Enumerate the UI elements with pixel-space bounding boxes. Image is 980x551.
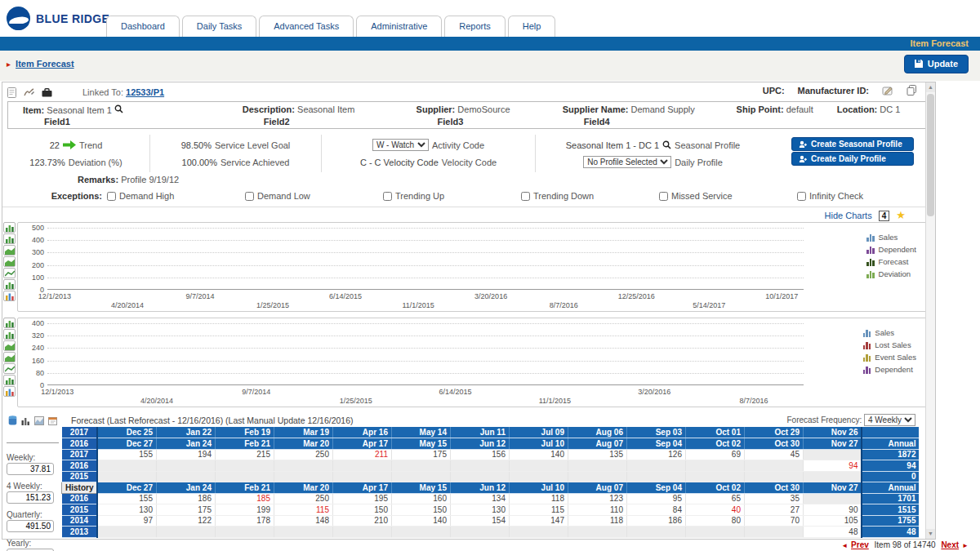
history-value-cell[interactable]: 185 xyxy=(215,493,274,504)
history-value-cell[interactable]: 40 xyxy=(685,504,744,516)
tab-administrative[interactable]: Administrative xyxy=(356,16,442,37)
exception-checkbox[interactable] xyxy=(383,192,392,201)
history-value-cell[interactable]: 155 xyxy=(97,493,156,504)
forecast-value-cell[interactable] xyxy=(803,471,862,482)
scroll-up-arrow[interactable]: ▲ xyxy=(926,82,935,92)
calendar-icon[interactable] xyxy=(48,415,57,425)
item-search-icon[interactable] xyxy=(114,104,123,113)
forecast-value-cell[interactable]: 250 xyxy=(274,449,332,460)
history-value-cell[interactable] xyxy=(97,527,156,538)
history-value-cell[interactable]: 48 xyxy=(803,527,862,538)
image-chart-icon[interactable] xyxy=(34,415,44,425)
forecast-value-cell[interactable]: 135 xyxy=(568,449,626,460)
linked-to-link[interactable]: 12533/P1 xyxy=(126,87,164,97)
vertical-scrollbar[interactable]: ▲ ▼ xyxy=(925,82,935,539)
next-item-link[interactable]: Next xyxy=(941,540,959,549)
history-value-cell[interactable]: 178 xyxy=(215,515,274,527)
prev-item-link[interactable]: Prev xyxy=(851,540,869,549)
chart-type-area-icon[interactable] xyxy=(3,256,16,267)
chart-type-bars-icon[interactable] xyxy=(3,329,16,340)
hide-charts-link[interactable]: Hide Charts xyxy=(825,211,872,220)
history-value-cell[interactable] xyxy=(509,527,568,538)
tab-advanced-tasks[interactable]: Advanced Tasks xyxy=(259,16,354,37)
history-value-cell[interactable]: 70 xyxy=(744,515,803,527)
history-value-cell[interactable] xyxy=(332,527,391,538)
notes-page-icon[interactable] xyxy=(7,87,16,98)
history-value-cell[interactable]: 97 xyxy=(97,515,156,527)
chart-type-bars-icon[interactable] xyxy=(3,318,16,328)
forecast-value-cell[interactable]: 155 xyxy=(97,449,156,460)
breadcrumb-link[interactable]: Item Forecast xyxy=(16,59,74,69)
database-icon[interactable] xyxy=(8,415,17,425)
forecast-value-cell[interactable]: 45 xyxy=(744,449,803,460)
history-value-cell[interactable]: 160 xyxy=(391,493,450,504)
profile-search-icon[interactable] xyxy=(662,140,671,149)
forecast-value-cell[interactable] xyxy=(332,460,391,472)
bar-chart-icon[interactable] xyxy=(21,415,30,425)
forecast-value-cell[interactable] xyxy=(156,460,215,472)
briefcase-icon[interactable] xyxy=(42,88,52,97)
forecast-value-cell[interactable] xyxy=(215,471,274,482)
chart-type-bars-icon[interactable] xyxy=(3,222,16,233)
chart-type-area-icon[interactable] xyxy=(3,245,16,256)
tab-daily-tasks[interactable]: Daily Tasks xyxy=(182,16,256,37)
chart-type-bars-icon[interactable] xyxy=(3,279,16,290)
signature-icon[interactable] xyxy=(24,87,34,97)
forecast-value-cell[interactable] xyxy=(803,449,862,460)
forecast-value-cell[interactable] xyxy=(391,460,450,472)
forecast-value-cell[interactable] xyxy=(744,471,803,482)
chart-type-line-icon[interactable] xyxy=(3,363,16,374)
history-value-cell[interactable] xyxy=(215,527,274,538)
history-value-cell[interactable]: 154 xyxy=(450,515,509,527)
history-value-cell[interactable]: 122 xyxy=(156,515,215,527)
history-value-cell[interactable]: 118 xyxy=(509,493,568,504)
exception-checkbox[interactable] xyxy=(659,192,668,201)
forecast-value-cell[interactable]: 156 xyxy=(450,449,509,460)
scrollbar-thumb[interactable] xyxy=(927,94,934,216)
chart-type-area-icon[interactable] xyxy=(3,352,16,362)
exception-checkbox[interactable] xyxy=(797,192,806,201)
edit-notes-icon[interactable] xyxy=(882,85,893,96)
forecast-value-cell[interactable] xyxy=(332,471,391,482)
history-value-cell[interactable] xyxy=(391,527,450,538)
forecast-value-cell[interactable] xyxy=(626,460,685,472)
history-value-cell[interactable]: 118 xyxy=(568,515,626,527)
create-seasonal-profile-button[interactable]: Create Seasonal Profile xyxy=(791,137,914,151)
history-value-cell[interactable]: 134 xyxy=(450,493,509,504)
tab-help[interactable]: Help xyxy=(508,16,556,37)
history-value-cell[interactable] xyxy=(274,527,332,538)
history-value-cell[interactable]: 130 xyxy=(97,504,156,516)
forecast-value-cell[interactable] xyxy=(274,460,332,472)
history-value-cell[interactable]: 148 xyxy=(274,515,332,527)
history-value-cell[interactable]: 199 xyxy=(215,504,274,516)
history-value-cell[interactable] xyxy=(450,527,509,538)
history-value-cell[interactable]: 115 xyxy=(274,504,332,516)
forecast-value-cell[interactable]: 140 xyxy=(509,449,568,460)
scroll-down-arrow[interactable]: ▼ xyxy=(926,529,935,539)
forecast-value-cell[interactable] xyxy=(215,460,274,472)
history-value-cell[interactable]: 35 xyxy=(744,493,803,504)
forecast-frequency-select[interactable]: 4 Weekly xyxy=(864,414,915,426)
forecast-value-cell[interactable]: 94 xyxy=(803,460,862,472)
history-value-cell[interactable]: 110 xyxy=(568,504,626,516)
history-value-cell[interactable]: 130 xyxy=(450,504,509,516)
forecast-value-cell[interactable] xyxy=(626,471,685,482)
forecast-value-cell[interactable]: 211 xyxy=(332,449,391,460)
history-value-cell[interactable] xyxy=(156,527,215,538)
history-value-cell[interactable]: 27 xyxy=(744,504,803,516)
history-value-cell[interactable]: 65 xyxy=(685,493,744,504)
exception-checkbox[interactable] xyxy=(521,192,530,201)
history-value-cell[interactable]: 90 xyxy=(803,504,862,516)
history-value-cell[interactable]: 84 xyxy=(626,504,685,516)
forecast-value-cell[interactable] xyxy=(450,471,509,482)
forecast-value-cell[interactable]: 126 xyxy=(626,449,685,460)
history-value-cell[interactable]: 105 xyxy=(803,515,862,527)
forecast-value-cell[interactable] xyxy=(97,471,156,482)
history-value-cell[interactable] xyxy=(744,527,803,538)
forecast-value-cell[interactable] xyxy=(97,460,156,472)
history-value-cell[interactable]: 147 xyxy=(509,515,568,527)
forecast-value-cell[interactable]: 194 xyxy=(156,449,215,460)
exception-checkbox[interactable] xyxy=(107,192,116,201)
update-button[interactable]: Update xyxy=(904,55,969,73)
history-value-cell[interactable]: 195 xyxy=(332,493,391,504)
